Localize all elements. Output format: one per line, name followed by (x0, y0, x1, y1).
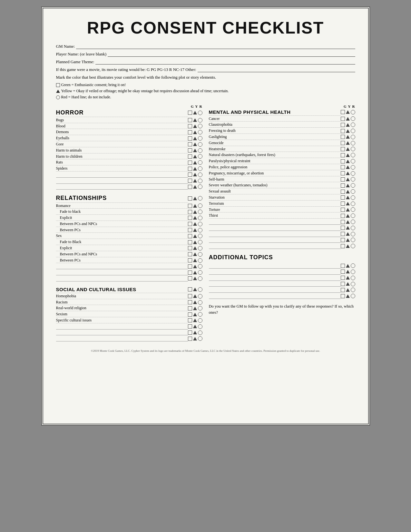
horror-blank-cb-1[interactable] (188, 172, 192, 177)
social-blank-tri-2[interactable] (193, 331, 197, 334)
sex-circ[interactable] (198, 234, 202, 238)
natural-disasters-cb[interactable] (341, 153, 345, 157)
between-pcs-npcs-circ[interactable] (198, 222, 202, 226)
horror-circ[interactable] (198, 111, 202, 115)
demons-tri[interactable] (193, 131, 197, 134)
bugs-circ[interactable] (198, 118, 202, 123)
gore-tri[interactable] (193, 143, 197, 146)
mental-blank-cb-4[interactable] (341, 238, 345, 242)
romance-tri[interactable] (193, 204, 197, 208)
rel-blank-label-3[interactable] (56, 276, 188, 281)
sex-fade-cb[interactable] (188, 240, 192, 244)
mental-blank-label-5[interactable] (209, 243, 341, 249)
sex-fade-tri[interactable] (193, 241, 197, 244)
additional-blank-circ-1[interactable] (351, 263, 355, 268)
pregnancy-tri[interactable] (346, 172, 350, 175)
horror-blank-label-1[interactable] (56, 172, 188, 178)
additional-blank-label-2[interactable] (209, 269, 341, 275)
additional-blank-circ-3[interactable] (351, 276, 355, 280)
blood-circ[interactable] (198, 124, 202, 128)
harm-children-circ[interactable] (198, 154, 202, 159)
horror-blank-tri-1[interactable] (193, 173, 197, 176)
sex-pcs-tri[interactable] (193, 259, 197, 262)
torture-circ[interactable] (351, 207, 355, 212)
additional-blank-label-4[interactable] (209, 281, 341, 287)
genocide-tri[interactable] (346, 141, 350, 145)
sex-pcs-npcs-cb[interactable] (188, 252, 192, 256)
between-pcs-circ[interactable] (198, 228, 202, 232)
harm-animals-tri[interactable] (193, 149, 197, 152)
gore-circ[interactable] (198, 142, 202, 147)
additional-blank-circ-2[interactable] (351, 270, 355, 274)
racism-tri[interactable] (193, 300, 197, 304)
social-cb[interactable] (188, 287, 192, 291)
mental-blank-cb-3[interactable] (341, 232, 345, 236)
cultural-tri[interactable] (193, 319, 197, 322)
harm-children-cb[interactable] (188, 154, 192, 159)
social-blank-circ-3[interactable] (198, 336, 202, 341)
thirst-cb[interactable] (341, 214, 345, 218)
gaslighting-tri[interactable] (346, 135, 350, 139)
mental-blank-cb-2[interactable] (341, 226, 345, 230)
social-blank-tri-1[interactable] (193, 325, 197, 328)
sex-tri[interactable] (193, 234, 197, 238)
explicit-tri[interactable] (193, 216, 197, 220)
genocide-circ[interactable] (351, 141, 355, 145)
mental-blank-label-4[interactable] (209, 237, 341, 243)
cancer-tri[interactable] (346, 117, 350, 121)
rel-cb[interactable] (188, 196, 192, 201)
terrorism-tri[interactable] (346, 202, 350, 205)
social-blank-label-3[interactable] (56, 336, 188, 341)
gm-name-underline[interactable] (76, 44, 355, 49)
thirst-circ[interactable] (351, 213, 355, 218)
explicit-cb[interactable] (188, 216, 192, 220)
additional-blank-tri-4[interactable] (346, 282, 350, 286)
mental-blank-circ-3[interactable] (351, 232, 355, 236)
police-cb[interactable] (341, 165, 345, 169)
rel-blank-circ-3[interactable] (198, 276, 202, 281)
mental-blank-label-3[interactable] (209, 231, 341, 237)
gaslighting-cb[interactable] (341, 135, 345, 139)
sex-fade-circ[interactable] (198, 240, 202, 244)
eyeballs-cb[interactable] (188, 136, 192, 141)
cultural-circ[interactable] (198, 318, 202, 323)
additional-blank-circ-5[interactable] (351, 288, 355, 292)
additional-blank-label-3[interactable] (209, 275, 341, 281)
religion-circ[interactable] (198, 306, 202, 310)
horror-blank-label-2[interactable] (56, 178, 188, 184)
rel-circ[interactable] (198, 196, 202, 201)
mental-blank-tri-2[interactable] (346, 226, 350, 230)
romance-circ[interactable] (198, 203, 202, 208)
severe-weather-cb[interactable] (341, 183, 345, 188)
sex-pcs-cb[interactable] (188, 258, 192, 262)
claustrophobia-circ[interactable] (351, 123, 355, 127)
additional-blank-circ-4[interactable] (351, 282, 355, 286)
rel-blank-cb-2[interactable] (188, 271, 192, 275)
rats-cb[interactable] (188, 161, 192, 165)
starvation-cb[interactable] (341, 195, 345, 200)
starvation-circ[interactable] (351, 195, 355, 200)
between-pcs-npcs-cb[interactable] (188, 222, 192, 226)
cancer-circ[interactable] (351, 116, 355, 121)
terrorism-circ[interactable] (351, 202, 355, 206)
homophobia-cb[interactable] (188, 294, 192, 298)
sex-explicit-tri[interactable] (193, 246, 197, 250)
mental-blank-label-1[interactable] (209, 219, 341, 225)
blood-cb[interactable] (188, 124, 192, 128)
heatstroke-tri[interactable] (346, 147, 350, 151)
mental-blank-label-2[interactable] (209, 225, 341, 231)
horror-blank-label-3[interactable] (56, 184, 188, 190)
bugs-tri[interactable] (193, 118, 197, 122)
mental-blank-cb-5[interactable] (341, 244, 345, 248)
social-blank-tri-3[interactable] (193, 337, 197, 340)
terrorism-cb[interactable] (341, 202, 345, 206)
spiders-cb[interactable] (188, 167, 192, 171)
spiders-circ[interactable] (198, 166, 202, 171)
rel-tri[interactable] (193, 197, 197, 200)
rel-blank-circ-2[interactable] (198, 270, 202, 275)
rel-blank-tri-2[interactable] (193, 271, 197, 274)
racism-cb[interactable] (188, 300, 192, 304)
between-pcs-cb[interactable] (188, 228, 192, 232)
additional-blank-cb-4[interactable] (341, 282, 345, 286)
rel-blank-label-1[interactable] (56, 263, 188, 269)
